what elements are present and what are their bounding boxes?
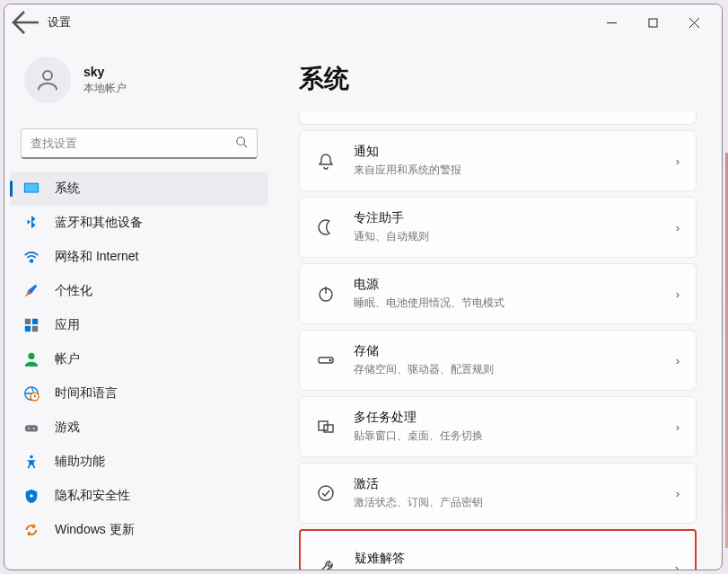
svg-point-9 bbox=[31, 260, 33, 262]
globe-clock-icon bbox=[22, 384, 40, 402]
card-sub: 激活状态、订阅、产品密钥 bbox=[354, 495, 676, 510]
sidebar-item-label: 游戏 bbox=[55, 419, 80, 436]
multitask-icon bbox=[316, 417, 336, 437]
card-title: 专注助手 bbox=[354, 210, 676, 226]
card-power[interactable]: 电源 睡眠、电池使用情况、节电模式 › bbox=[299, 263, 697, 324]
chevron-right-icon: › bbox=[676, 487, 680, 500]
sidebar-item-update[interactable]: Windows 更新 bbox=[4, 513, 274, 547]
svg-rect-17 bbox=[25, 425, 38, 431]
sidebar-item-accounts[interactable]: 帐户 bbox=[4, 342, 274, 376]
storage-icon bbox=[316, 350, 336, 370]
moon-icon bbox=[316, 217, 336, 237]
card-sub: 贴靠窗口、桌面、任务切换 bbox=[354, 428, 676, 444]
user-name: sky bbox=[83, 65, 127, 79]
svg-point-21 bbox=[30, 494, 33, 498]
svg-point-14 bbox=[28, 353, 34, 359]
card-multitask[interactable]: 多任务处理 贴靠窗口、桌面、任务切换 › bbox=[299, 396, 697, 457]
card-focus[interactable]: 专注助手 通知、自动规则 › bbox=[299, 197, 697, 258]
svg-point-19 bbox=[33, 428, 35, 429]
window-controls bbox=[591, 8, 715, 37]
sidebar: sky 本地帐户 系统 蓝牙和其他设备 bbox=[4, 40, 274, 570]
bell-icon bbox=[316, 151, 336, 171]
sidebar-item-label: 个性化 bbox=[55, 283, 92, 299]
card-title: 存储 bbox=[354, 343, 676, 359]
gamepad-icon bbox=[22, 419, 40, 437]
sidebar-item-label: 帐户 bbox=[55, 351, 80, 367]
svg-point-28 bbox=[319, 486, 333, 500]
back-button[interactable] bbox=[12, 8, 40, 37]
sidebar-item-label: 应用 bbox=[55, 317, 80, 333]
sidebar-item-network[interactable]: 网络和 Internet bbox=[4, 240, 274, 274]
window-title: 设置 bbox=[48, 14, 71, 31]
svg-rect-13 bbox=[32, 326, 38, 331]
check-circle-icon bbox=[316, 483, 336, 503]
titlebar: 设置 bbox=[4, 4, 722, 40]
card-troubleshoot[interactable]: 疑难解答 建议的疑难解答、首选项和历史记录 › bbox=[299, 529, 697, 570]
bluetooth-icon bbox=[22, 214, 40, 232]
sidebar-item-bluetooth[interactable]: 蓝牙和其他设备 bbox=[4, 206, 274, 240]
apps-icon bbox=[22, 316, 40, 334]
card-partial-top[interactable] bbox=[299, 112, 697, 125]
card-storage[interactable]: 存储 存储空间、驱动器、配置规则 › bbox=[299, 330, 697, 391]
user-sub: 本地帐户 bbox=[83, 81, 127, 96]
card-sub: 通知、自动规则 bbox=[354, 229, 676, 244]
svg-line-6 bbox=[244, 145, 248, 148]
user-profile[interactable]: sky 本地帐户 bbox=[4, 49, 274, 116]
svg-rect-26 bbox=[319, 421, 328, 430]
avatar bbox=[24, 57, 71, 103]
card-title: 电源 bbox=[354, 277, 676, 293]
shield-icon bbox=[22, 487, 40, 505]
update-icon bbox=[22, 521, 40, 539]
paintbrush-icon bbox=[22, 282, 40, 300]
body: sky 本地帐户 系统 蓝牙和其他设备 bbox=[4, 40, 722, 570]
sidebar-item-personalization[interactable]: 个性化 bbox=[4, 274, 274, 308]
sidebar-item-apps[interactable]: 应用 bbox=[4, 308, 274, 342]
card-notifications[interactable]: 通知 来自应用和系统的警报 › bbox=[299, 130, 697, 191]
sidebar-item-label: 辅助功能 bbox=[55, 454, 105, 470]
chevron-right-icon: › bbox=[676, 354, 680, 367]
sidebar-item-gaming[interactable]: 游戏 bbox=[4, 411, 274, 445]
sidebar-item-system[interactable]: 系统 bbox=[10, 172, 268, 206]
sidebar-item-privacy[interactable]: 隐私和安全性 bbox=[4, 479, 274, 513]
card-title: 通知 bbox=[354, 144, 676, 160]
sidebar-item-accessibility[interactable]: 辅助功能 bbox=[4, 445, 274, 479]
sidebar-item-label: 隐私和安全性 bbox=[55, 488, 130, 504]
svg-rect-12 bbox=[25, 326, 31, 331]
search-input[interactable] bbox=[31, 137, 235, 150]
card-title: 多任务处理 bbox=[354, 410, 676, 426]
maximize-button[interactable] bbox=[632, 8, 673, 37]
search-box[interactable] bbox=[21, 128, 258, 159]
page-title: 系统 bbox=[299, 62, 697, 96]
svg-point-20 bbox=[30, 455, 33, 459]
svg-point-5 bbox=[237, 137, 245, 146]
svg-point-25 bbox=[329, 359, 331, 361]
display-icon bbox=[22, 180, 40, 198]
card-title: 疑难解答 bbox=[355, 551, 675, 567]
sidebar-item-time[interactable]: 时间和语言 bbox=[4, 376, 274, 411]
chevron-right-icon: › bbox=[676, 287, 680, 301]
wifi-icon bbox=[22, 248, 40, 266]
settings-window: 设置 sky 本地帐户 bbox=[4, 4, 723, 570]
accessibility-icon bbox=[22, 453, 40, 471]
svg-point-18 bbox=[28, 428, 30, 429]
svg-rect-11 bbox=[32, 319, 38, 324]
chevron-right-icon: › bbox=[676, 420, 680, 434]
sidebar-item-label: 系统 bbox=[55, 181, 80, 197]
wrench-icon bbox=[317, 558, 337, 570]
minimize-button[interactable] bbox=[591, 8, 632, 37]
main-content[interactable]: 系统 通知 来自应用和系统的警报 › 专注助手 通知、自动规则 › bbox=[274, 40, 722, 570]
close-button[interactable] bbox=[673, 8, 715, 37]
search-icon bbox=[235, 136, 248, 151]
svg-rect-8 bbox=[25, 184, 38, 192]
card-activation[interactable]: 激活 激活状态、订阅、产品密钥 › bbox=[299, 463, 697, 524]
svg-rect-27 bbox=[324, 425, 333, 432]
sidebar-item-label: 蓝牙和其他设备 bbox=[55, 215, 143, 231]
nav: 系统 蓝牙和其他设备 网络和 Internet 个性化 应用 bbox=[4, 172, 274, 570]
card-sub: 存储空间、驱动器、配置规则 bbox=[354, 362, 676, 377]
person-icon bbox=[22, 350, 40, 368]
svg-point-4 bbox=[43, 71, 52, 80]
sidebar-item-label: Windows 更新 bbox=[55, 522, 135, 538]
card-title: 激活 bbox=[354, 476, 676, 492]
chevron-right-icon: › bbox=[675, 561, 679, 570]
sidebar-item-label: 网络和 Internet bbox=[55, 249, 138, 265]
